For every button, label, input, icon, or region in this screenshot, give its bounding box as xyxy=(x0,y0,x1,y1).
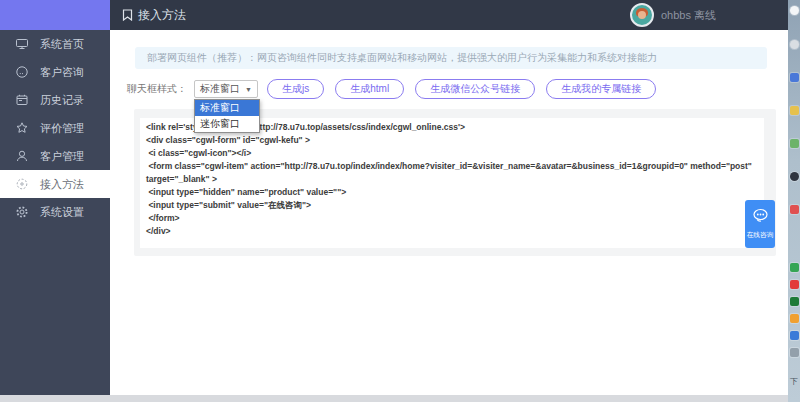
sidebar-item-access[interactable]: 接入方法 xyxy=(0,170,110,198)
sidebar: 系统首页 客户咨询 历史记录 评价管理 客户管理 xyxy=(0,30,110,395)
header-bar: 接入方法 ohbbs 离线 xyxy=(110,0,788,30)
chat-style-label: 聊天框样式： xyxy=(127,82,187,96)
star-icon xyxy=(15,121,29,135)
sidebar-item-customers[interactable]: 客户管理 xyxy=(0,142,110,170)
sidebar-item-label: 系统首页 xyxy=(40,37,84,52)
avatar[interactable] xyxy=(630,3,654,27)
code-line: <i class="cgwl-icon"></i> xyxy=(146,147,758,160)
page-title-area: 接入方法 xyxy=(122,7,186,24)
sidebar-item-label: 评价管理 xyxy=(40,121,84,136)
chat-bubble-icon xyxy=(752,208,769,227)
generate-js-button[interactable]: 生成js xyxy=(267,79,324,99)
partial-taskbar-icon xyxy=(790,297,799,306)
code-line: <input type="hidden" name="product" valu… xyxy=(146,186,758,199)
sidebar-item-history[interactable]: 历史记录 xyxy=(0,86,110,114)
chat-style-select-wrap: 标准窗口 ▼ 标准窗口 迷你窗口 xyxy=(194,80,258,98)
partial-browser-icon xyxy=(790,6,799,15)
sidebar-item-label: 历史记录 xyxy=(40,93,84,108)
chevron-down-icon: ▼ xyxy=(245,86,252,93)
sidebar-item-consult[interactable]: 客户咨询 xyxy=(0,58,110,86)
partial-taskbar-icon xyxy=(790,331,799,340)
sidebar-item-review[interactable]: 评价管理 xyxy=(0,114,110,142)
sidebar-item-home[interactable]: 系统首页 xyxy=(0,30,110,58)
partial-text: 下 xyxy=(790,376,798,387)
code-line: <form class="cgwl-item" action="http://7… xyxy=(146,160,758,173)
main-content: 部署网页组件（推荐）：网页咨询组件同时支持桌面网站和移动网站，提供强大的用户行为… xyxy=(110,30,788,395)
chat-icon xyxy=(15,65,29,79)
sidebar-item-label: 客户管理 xyxy=(40,149,84,164)
bottom-strip xyxy=(0,395,800,402)
gear-icon xyxy=(15,205,29,219)
user-menu[interactable]: ohbbs 离线 xyxy=(630,3,716,27)
sidebar-item-label: 接入方法 xyxy=(40,177,84,192)
bookmark-icon xyxy=(122,9,133,21)
partial-taskbar-icon xyxy=(790,314,799,323)
partial-browser-icon xyxy=(790,139,799,148)
history-icon xyxy=(15,93,29,107)
sidebar-item-settings[interactable]: 系统设置 xyxy=(0,198,110,226)
partial-browser-icon xyxy=(790,73,799,82)
code-line: </form> xyxy=(146,212,758,225)
sidebar-item-label: 系统设置 xyxy=(40,205,84,220)
browser-chrome-sliver: 下 xyxy=(788,0,800,402)
online-consult-label: 在线咨询 xyxy=(747,230,774,240)
generate-wechat-link-button[interactable]: 生成微信公众号链接 xyxy=(415,79,535,99)
partial-browser-icon xyxy=(790,205,799,214)
partial-browser-icon xyxy=(790,106,799,115)
generate-exclusive-link-button[interactable]: 生成我的专属链接 xyxy=(546,79,656,99)
user-name[interactable]: ohbbs 离线 xyxy=(661,8,716,23)
chat-style-dropdown: 标准窗口 迷你窗口 xyxy=(194,99,260,133)
code-line: <input type="submit" value="在线咨询"> xyxy=(146,199,758,212)
partial-browser-icon xyxy=(790,40,799,49)
dropdown-option-mini[interactable]: 迷你窗口 xyxy=(195,116,259,132)
deploy-notice: 部署网页组件（推荐）：网页咨询组件同时支持桌面网站和移动网站，提供强大的用户行为… xyxy=(135,47,767,69)
access-icon xyxy=(15,177,29,191)
partial-browser-icon xyxy=(790,172,799,181)
code-line: </div> xyxy=(146,225,758,238)
sidebar-item-label: 客户咨询 xyxy=(40,65,84,80)
embed-code: <link rel='stylesheet' href='http://78.u… xyxy=(140,118,764,241)
logo-block xyxy=(0,0,110,30)
user-icon xyxy=(15,149,29,163)
online-consult-button[interactable]: 在线咨询 xyxy=(745,200,775,248)
partial-taskbar-icon xyxy=(790,348,799,357)
partial-taskbar-icon xyxy=(790,263,799,272)
code-line: <div class="cgwl-form" id="cgwl-kefu" > xyxy=(146,134,758,147)
generate-html-button[interactable]: 生成html xyxy=(335,79,404,99)
app-window: 接入方法 ohbbs 离线 系统首页 客户咨询 历史记录 xyxy=(0,0,800,402)
code-line: target="_blank" > xyxy=(146,173,758,186)
controls-row: 聊天框样式： 标准窗口 ▼ 标准窗口 迷你窗口 生成js 生成html 生成微信… xyxy=(127,79,656,99)
dropdown-option-standard[interactable]: 标准窗口 xyxy=(195,100,259,116)
monitor-icon xyxy=(15,37,29,51)
code-box: <link rel='stylesheet' href='http://78.u… xyxy=(140,118,764,248)
page-title: 接入方法 xyxy=(138,7,186,24)
select-value: 标准窗口 xyxy=(200,82,240,96)
chat-style-select[interactable]: 标准窗口 ▼ xyxy=(194,80,258,98)
partial-taskbar-icon xyxy=(790,280,799,289)
